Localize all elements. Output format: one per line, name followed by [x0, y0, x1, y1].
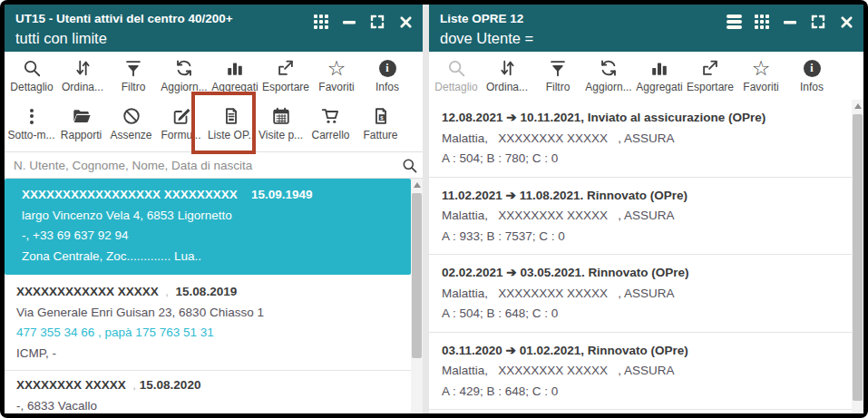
- separator: ,: [126, 378, 140, 392]
- opre-detail: Malattia, XXXXXXXX XXXXX , ASSURA: [442, 206, 839, 227]
- toolbar-label: Aggiorn...: [161, 81, 207, 93]
- toolbar-visite[interactable]: Visite p...: [256, 105, 306, 141]
- refresh-icon: [599, 57, 619, 79]
- folder-icon: [71, 105, 93, 127]
- toolbar-esportare[interactable]: Esportare: [260, 57, 311, 93]
- opre-entry[interactable]: 11.02.2021 ➔ 11.08.2021. Rinnovato (OPre…: [429, 178, 852, 256]
- bar-chart-icon: [225, 57, 245, 79]
- opre-entry[interactable]: 02.02.2021 ➔ 03.05.2021. Rinnovato (OPre…: [429, 255, 852, 333]
- opre-entry[interactable]: 12.08.2021 ➔ 10.11.2021, Inviato al assi…: [429, 100, 852, 178]
- opre-totals: A : 429; B : 648; C : 0: [442, 382, 839, 403]
- patient-address: largo Vincenzo Vela 4, 6853 Ligornetto: [22, 206, 400, 227]
- scrollbar-thumb[interactable]: [853, 114, 863, 401]
- toolbar-dettaglio[interactable]: Dettaglio: [6, 57, 57, 93]
- opre-list-scrollbar[interactable]: [852, 100, 863, 413]
- search-icon: [446, 57, 466, 79]
- invoice-icon: $: [371, 105, 391, 127]
- scroll-up-arrow-icon[interactable]: [414, 182, 421, 188]
- patient-row[interactable]: XXXXXXXX XXXXX , 15.08.2020 -, 6833 Vaca…: [5, 371, 411, 413]
- separator: ,: [159, 285, 176, 298]
- toolbar-aggiorna[interactable]: Aggiorn...: [583, 57, 634, 93]
- patient-birth-date: 15.08.2019: [176, 285, 238, 298]
- close-icon[interactable]: [838, 14, 854, 30]
- opre-period: 03.11.2020 ➔ 01.02.2021, Rinnovato (OPre…: [442, 341, 839, 362]
- toolbar-label: Liste OP..: [208, 129, 254, 141]
- panel-subtitle: tutti con limite: [15, 28, 412, 49]
- maximize-icon[interactable]: [369, 14, 385, 30]
- toolbar-label: Esportare: [262, 81, 309, 93]
- toolbar-sotto-menu[interactable]: Sotto-m...: [6, 105, 56, 141]
- minimize-icon[interactable]: [782, 14, 798, 30]
- toolbar-label: Dettaglio: [10, 81, 53, 93]
- patient-birth-date: 15.08.2020: [140, 378, 201, 392]
- server-rows-icon[interactable]: [726, 14, 742, 30]
- panel-utenti-header: UT15 - Utenti attivi del centro 40/200+ …: [5, 5, 423, 52]
- toolbar-filtro[interactable]: Filtro: [108, 57, 159, 93]
- toolbar-assenze[interactable]: Assenze: [106, 105, 156, 141]
- search-submit-icon[interactable]: [395, 157, 423, 174]
- toolbar-row1: Dettaglio Ordina... Filtro Aggiorn... Ag…: [5, 52, 423, 100]
- toolbar-label: Ordina...: [486, 81, 528, 93]
- toolbar-label: Infos: [800, 81, 824, 93]
- toolbar-rapporti[interactable]: Rapporti: [56, 105, 106, 141]
- patient-phone: -, +33 69 637 92 94: [22, 226, 400, 247]
- calendar-icon: [271, 105, 291, 127]
- opre-list: 12.08.2021 ➔ 10.11.2021, Inviato al assi…: [429, 100, 852, 413]
- scroll-up-arrow-icon[interactable]: [854, 103, 862, 109]
- sort-icon: [73, 57, 93, 79]
- toolbar-label: Aggiorn...: [585, 81, 631, 93]
- toolbar-infos[interactable]: i Infos: [362, 57, 413, 93]
- toolbar-aggiorna[interactable]: Aggiorn...: [159, 57, 210, 93]
- toolbar-esportare[interactable]: Esportare: [685, 57, 736, 93]
- toolbar-label: Sotto-m...: [7, 129, 54, 141]
- opre-detail: Malattia, XXXXXXXX XXXXX , ASSURA: [442, 361, 839, 382]
- toolbar-filtro[interactable]: Filtro: [532, 57, 583, 93]
- minimize-icon[interactable]: [341, 14, 357, 30]
- toolbar-label: Assenze: [110, 129, 151, 141]
- toolbar-infos[interactable]: i Infos: [786, 57, 837, 93]
- apps-grid-icon[interactable]: [313, 14, 329, 30]
- export-icon: [276, 57, 296, 79]
- window-controls: [313, 14, 414, 30]
- edit-icon: [171, 105, 191, 127]
- patient-row[interactable]: XXXXXXXXXXXX XXXXX , 15.08.2019 Via Gene…: [5, 277, 411, 371]
- toolbar-label: Aggregati: [211, 81, 258, 93]
- patient-name-line: XXXXXXXX XXXXX , 15.08.2020: [16, 375, 400, 396]
- toolbar-formulari[interactable]: Formul..: [156, 105, 206, 141]
- toolbar-ordina[interactable]: Ordina...: [482, 57, 532, 93]
- toolbar-ordina[interactable]: Ordina...: [57, 57, 108, 93]
- patient-birth-date: 15.09.1949: [251, 188, 313, 201]
- cart-icon: [320, 105, 341, 127]
- patient-list-scrollbar[interactable]: [411, 179, 423, 413]
- search-input[interactable]: [5, 159, 395, 172]
- toolbar-label: Filtro: [122, 81, 146, 93]
- star-icon: ☆: [752, 57, 771, 79]
- apps-grid-icon[interactable]: [754, 14, 770, 30]
- toolbar-aggregati[interactable]: Aggregati: [634, 57, 685, 93]
- toolbar-favoriti[interactable]: ☆ Favoriti: [311, 57, 362, 93]
- toolbar-label: Aggregati: [636, 81, 682, 93]
- toolbar-carrello[interactable]: Carrello: [306, 105, 356, 141]
- opre-entry[interactable]: 03.11.2020 ➔ 01.02.2021, Rinnovato (OPre…: [429, 333, 852, 411]
- toolbar-dettaglio[interactable]: Dettaglio: [431, 57, 482, 93]
- toolbar-favoriti[interactable]: ☆ Favoriti: [736, 57, 786, 93]
- patient-zone: ICMP, -: [16, 344, 400, 365]
- scrollbar-thumb[interactable]: [412, 193, 422, 358]
- sort-icon: [497, 57, 517, 79]
- search-bar: [5, 151, 423, 179]
- patient-address: Via Generale Enri Guisan 23, 6830 Chiass…: [16, 303, 400, 324]
- close-icon[interactable]: [397, 14, 414, 30]
- patient-list: XXXXXXXXXXXXXXXXX XXXXXXXXX 15.09.1949 l…: [5, 179, 411, 413]
- toolbar-fatture[interactable]: $ Fatture: [356, 105, 405, 141]
- window-controls: [726, 14, 854, 30]
- toolbar-label: Formul..: [161, 129, 200, 141]
- toolbar-aggregati[interactable]: Aggregati: [210, 57, 260, 93]
- document-icon: [221, 105, 241, 127]
- patient-name-line: XXXXXXXXXXXX XXXXX , 15.08.2019: [16, 282, 400, 303]
- toolbar-liste-op[interactable]: Liste OP..: [206, 105, 256, 141]
- maximize-icon[interactable]: [810, 14, 826, 30]
- patient-row-selected[interactable]: XXXXXXXXXXXXXXXXX XXXXXXXXX 15.09.1949 l…: [5, 179, 411, 275]
- toolbar-label: Favoriti: [318, 81, 354, 93]
- export-icon: [700, 57, 720, 79]
- panel-utenti: UT15 - Utenti attivi del centro 40/200+ …: [5, 5, 423, 413]
